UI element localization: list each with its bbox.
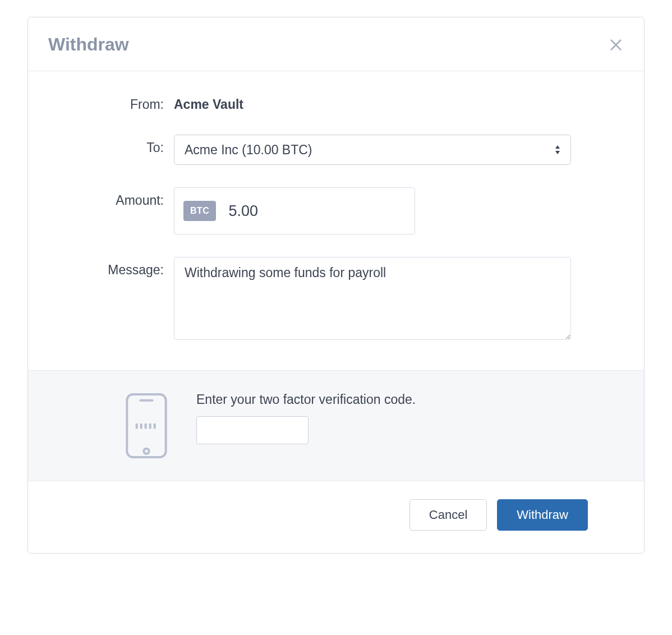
twofa-label: Enter your two factor verification code.	[196, 392, 610, 407]
to-row: To: Acme Inc (10.00 BTC)	[62, 135, 571, 165]
twofa-input[interactable]	[196, 416, 309, 444]
to-label: To:	[62, 135, 174, 155]
amount-input[interactable]	[228, 203, 340, 220]
from-label: From:	[62, 97, 174, 112]
message-row: Message:	[62, 257, 571, 342]
to-select[interactable]: Acme Inc (10.00 BTC)	[174, 135, 571, 165]
cancel-button[interactable]: Cancel	[409, 499, 487, 531]
modal-title: Withdraw	[48, 34, 129, 55]
from-row: From: Acme Vault	[62, 97, 571, 112]
withdraw-button[interactable]: Withdraw	[497, 499, 588, 531]
amount-group: BTC	[174, 187, 415, 234]
message-label: Message:	[62, 257, 174, 278]
modal-footer: Cancel Withdraw	[28, 481, 644, 553]
currency-badge: BTC	[183, 201, 216, 221]
amount-row: Amount: BTC	[62, 187, 571, 234]
from-value: Acme Vault	[174, 97, 571, 112]
twofa-section: Enter your two factor verification code.	[28, 370, 644, 481]
close-icon[interactable]	[608, 37, 624, 53]
withdraw-modal: Withdraw From: Acme Vault To: Acme Inc (…	[27, 17, 645, 554]
modal-body: From: Acme Vault To: Acme Inc (10.00 BTC…	[28, 71, 644, 370]
svg-point-4	[144, 449, 149, 454]
phone-icon	[123, 392, 169, 459]
amount-label: Amount:	[62, 187, 174, 208]
message-textarea[interactable]	[174, 257, 571, 340]
modal-header: Withdraw	[28, 17, 644, 71]
